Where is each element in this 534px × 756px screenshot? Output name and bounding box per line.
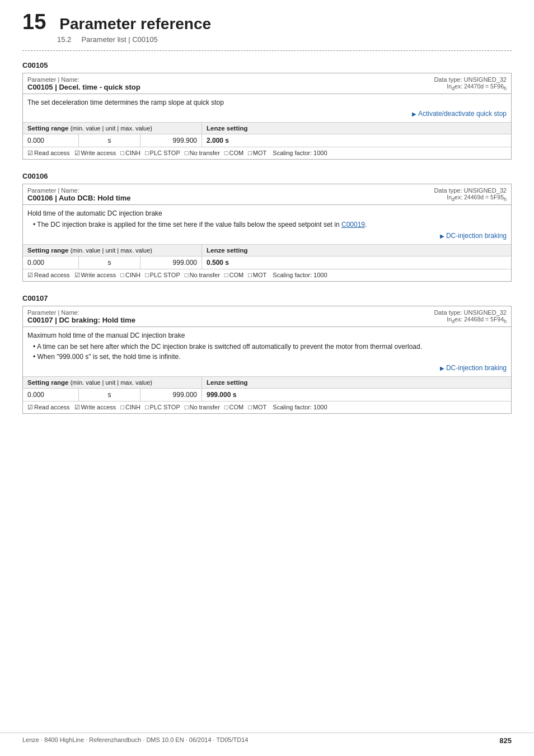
section-label-C00106: C00106 <box>22 172 512 180</box>
values-row-C00106: 0.000s999.0000.500 s <box>23 256 511 269</box>
values-row-C00107: 0.000s999.000999.000 s <box>23 389 511 402</box>
setting-header-C00105: Setting range (min. value | unit | max. … <box>23 123 511 134</box>
footer-left: Lenze · 8400 HighLine · Referenzhandbuch… <box>22 736 248 745</box>
param-link-C00106[interactable]: DC-injection braking <box>440 232 507 240</box>
card-header-left-C00105: Parameter | Name:C00105 | Decel. time - … <box>27 76 140 91</box>
val-lenze-C00107: 999.000 s <box>202 389 511 401</box>
access-row-C00107: Read accessWrite accessCINHPLC STOPNo tr… <box>23 402 511 413</box>
card-desc-C00106: Hold time of the automatic DC injection … <box>23 205 511 245</box>
scaling-C00105: Scaling factor: 1000 <box>271 150 327 156</box>
val-max-C00107: 999.000 <box>140 389 202 401</box>
param-link-C00105[interactable]: Activate/deactivate quick stop <box>412 110 507 118</box>
val-unit-C00106: s <box>79 256 140 269</box>
scaling-C00106: Scaling factor: 1000 <box>271 272 327 278</box>
card-desc-C00107: Maximum hold time of the manual DC injec… <box>23 327 511 377</box>
page-header: 15 Parameter reference <box>22 11 512 33</box>
val-max-C00106: 999.000 <box>140 256 202 269</box>
val-lenze-C00106: 0.500 s <box>202 256 511 269</box>
link-line-C00106: DC-injection braking <box>27 231 507 241</box>
param-card-C00105: Parameter | Name:C00105 | Decel. time - … <box>22 73 512 160</box>
val-min-C00107: 0.000 <box>23 389 79 401</box>
divider <box>22 50 512 51</box>
card-header-right-C00105: Data type: UNSIGNED_32Index: 24470d = 5F… <box>434 76 507 91</box>
section-label-C00105: C00105 <box>22 61 512 69</box>
card-desc-C00105: The set deceleration time determines the… <box>23 94 511 123</box>
card-header-C00107: Parameter | Name:C00107 | DC braking: Ho… <box>23 306 511 327</box>
val-min-C00106: 0.000 <box>23 256 79 269</box>
param-link-C00107[interactable]: DC-injection braking <box>440 364 507 372</box>
param-id-name-C00107: C00107 | DC braking: Hold time <box>27 316 135 324</box>
card-header-C00105: Parameter | Name:C00105 | Decel. time - … <box>23 73 511 94</box>
val-unit-C00105: s <box>79 134 140 147</box>
param-id-name-C00105: C00105 | Decel. time - quick stop <box>27 83 140 91</box>
val-max-C00105: 999.900 <box>140 134 202 147</box>
scaling-C00107: Scaling factor: 1000 <box>271 404 327 410</box>
access-row-C00105: Read accessWrite accessCINHPLC STOPNo tr… <box>23 147 511 159</box>
card-header-right-C00107: Data type: UNSIGNED_32Index: 24468d = 5F… <box>434 309 507 324</box>
values-row-C00105: 0.000s999.9002.000 s <box>23 134 511 147</box>
link-line-C00105: Activate/deactivate quick stop <box>27 109 507 119</box>
sub-header: 15.2 Parameter list | C00105 <box>57 35 512 44</box>
footer-right: 825 <box>499 736 512 745</box>
card-header-left-C00107: Parameter | Name:C00107 | DC braking: Ho… <box>27 309 135 324</box>
chapter-title: Parameter reference <box>59 15 211 33</box>
param-card-C00107: Parameter | Name:C00107 | DC braking: Ho… <box>22 306 512 414</box>
chapter-number: 15 <box>22 11 46 32</box>
page-footer: Lenze · 8400 HighLine · Referenzhandbuch… <box>0 732 534 745</box>
c00019-link[interactable]: C00019 <box>341 221 365 228</box>
card-header-C00106: Parameter | Name:C00106 | Auto DCB: Hold… <box>23 184 511 205</box>
setting-header-C00107: Setting range (min. value | unit | max. … <box>23 377 511 389</box>
section-label-C00107: C00107 <box>22 294 512 302</box>
param-card-C00106: Parameter | Name:C00106 | Auto DCB: Hold… <box>22 184 512 282</box>
param-id-name-C00106: C00106 | Auto DCB: Hold time <box>27 194 130 202</box>
card-header-right-C00106: Data type: UNSIGNED_32Index: 24469d = 5F… <box>434 187 507 202</box>
val-unit-C00107: s <box>79 389 140 401</box>
link-line-C00107: DC-injection braking <box>27 363 507 373</box>
val-min-C00105: 0.000 <box>23 134 79 147</box>
val-lenze-C00105: 2.000 s <box>202 134 511 147</box>
access-row-C00106: Read accessWrite accessCINHPLC STOPNo tr… <box>23 269 511 281</box>
setting-header-C00106: Setting range (min. value | unit | max. … <box>23 245 511 256</box>
card-header-left-C00106: Parameter | Name:C00106 | Auto DCB: Hold… <box>27 187 130 202</box>
